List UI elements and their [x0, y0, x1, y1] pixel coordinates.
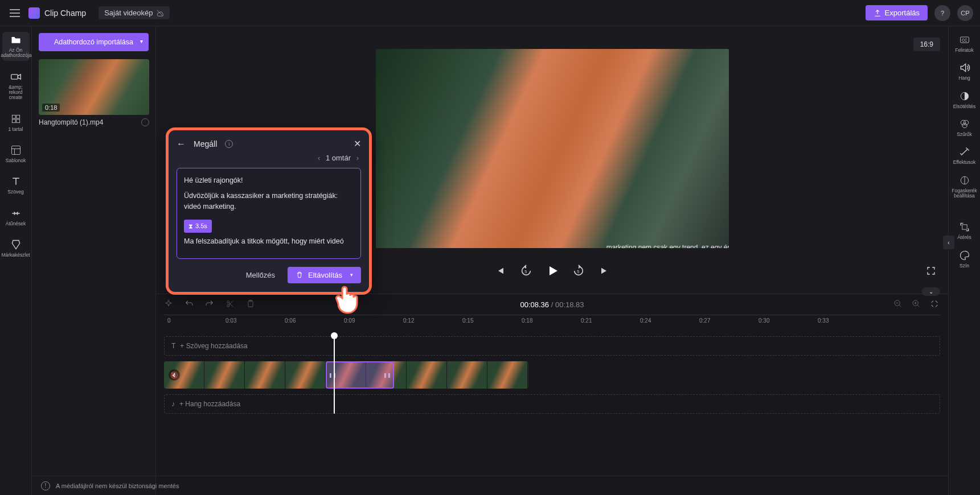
- leftrail-record[interactable]: &amp; rekord create: [2, 69, 30, 103]
- pager-next-icon[interactable]: ›: [356, 154, 359, 162]
- rightrail-crop-label: Átérés: [957, 235, 971, 240]
- left-rail: Az Ön adathordozója &amp; rekord create …: [0, 26, 32, 495]
- ruler-tick: 0:15: [462, 317, 473, 324]
- popup-back-icon[interactable]: ←: [177, 139, 186, 149]
- svg-rect-1: [12, 115, 15, 118]
- ruler-tick: 0:09: [344, 317, 355, 324]
- popup-close-icon[interactable]: ✕: [354, 138, 361, 149]
- ruler-tick: 0:06: [285, 317, 296, 324]
- rightrail-speed-label: Fogaskerék beállítása: [950, 188, 979, 199]
- media-filename: Hangtompító (1).mp4: [39, 118, 103, 126]
- ruler-tick: 0:27: [699, 317, 710, 324]
- video-track[interactable]: 🔇: [164, 361, 528, 389]
- svg-point-12: [961, 120, 965, 125]
- export-button[interactable]: Exportálás: [866, 5, 928, 20]
- top-bar: Clip Champ Saját videokép Exportálás ? C…: [0, 0, 980, 26]
- preview-subtitle: ... marketing nem csak egy trend, ez egy…: [598, 244, 728, 248]
- ruler-tick: 0:18: [522, 317, 532, 324]
- preview-canvas[interactable]: ... marketing nem csak egy trend, ez egy…: [376, 49, 729, 248]
- rightrail-color[interactable]: Szín: [950, 250, 979, 269]
- play-icon[interactable]: [546, 264, 559, 278]
- media-clip[interactable]: 0:18 Hangtompító (1).mp4: [39, 59, 149, 126]
- svg-rect-0: [11, 75, 18, 79]
- rewind-icon[interactable]: 5: [519, 264, 533, 278]
- gap-chip[interactable]: ⧗ 3.5s: [184, 220, 212, 233]
- leftrail-record-label: &amp; rekord create: [2, 85, 30, 101]
- crop-icon: [959, 221, 970, 233]
- playhead[interactable]: [334, 336, 335, 414]
- leftrail-text-label: Szöveg: [7, 189, 23, 195]
- ignore-label: Mellőzés: [246, 271, 275, 279]
- rightrail-speed[interactable]: Fogaskerék beállítása: [950, 175, 979, 199]
- rightrail-audio[interactable]: Hang: [950, 62, 979, 81]
- app-logo-icon: [28, 7, 40, 19]
- gap-value: 3.5s: [195, 221, 207, 231]
- rightrail-fade[interactable]: Elsötétítés: [950, 90, 979, 109]
- filters-icon: [959, 118, 970, 130]
- silence-popup: ← Megáll i ✕ ‹ 1 omtár › Hé üzleti rajon…: [166, 127, 372, 295]
- aspect-ratio-button[interactable]: 16:9: [913, 38, 940, 51]
- fullscreen-icon[interactable]: [924, 264, 938, 278]
- templates-icon: [10, 145, 22, 156]
- zoom-fit-icon[interactable]: [930, 299, 940, 310]
- pager-label: 1 omtár: [326, 154, 351, 162]
- undo-icon[interactable]: [184, 299, 195, 310]
- app-brand: Clip Champ: [28, 7, 86, 19]
- leftrail-media[interactable]: Az Ön adathordozója: [2, 32, 30, 61]
- svg-point-14: [962, 123, 966, 127]
- rightrail-filters[interactable]: Szűrők: [950, 118, 979, 137]
- help-icon[interactable]: ?: [934, 5, 950, 21]
- info-icon[interactable]: i: [225, 140, 233, 148]
- import-media-button[interactable]: Adathordozó importálása: [39, 33, 149, 51]
- leftrail-templates-label: Sablonok: [6, 158, 26, 163]
- ignore-button[interactable]: Mellőzés: [239, 267, 282, 283]
- avatar[interactable]: CP: [957, 5, 973, 21]
- cursor-hand-icon: [332, 282, 362, 314]
- zoom-out-icon[interactable]: [893, 299, 904, 310]
- timeline-toolbar: 00:08.36 / 00:18.83: [156, 294, 948, 315]
- remove-button[interactable]: Eltávolítás: [288, 267, 361, 283]
- audio-track[interactable]: + Hang hozzáadása: [164, 394, 940, 414]
- media-panel: Adathordozó importálása 0:18 Hangtompító…: [32, 26, 156, 495]
- timeline-ruler[interactable]: 0 0:03 0:06 0:09 0:12 0:15 0:18 0:21 0:2…: [164, 315, 940, 328]
- zoom-in-icon[interactable]: [912, 299, 922, 310]
- rightrail-effects-label: Effektusok: [953, 160, 976, 165]
- ruler-tick: 0:03: [225, 317, 236, 324]
- leftrail-brandkit[interactable]: Márkakészlet: [2, 237, 30, 260]
- selected-clip-region[interactable]: [326, 361, 394, 389]
- pager-prev-icon[interactable]: ‹: [318, 154, 320, 162]
- text-icon: [10, 176, 22, 187]
- text-track[interactable]: + Szöveg hozzáadása: [164, 336, 940, 356]
- leftrail-transitions[interactable]: Átűnések: [2, 205, 30, 229]
- svg-point-13: [963, 120, 968, 125]
- ruler-tick: 0:24: [640, 317, 651, 324]
- rightrail-crop[interactable]: Átérés: [950, 221, 979, 240]
- trash-icon: [296, 271, 304, 279]
- skip-end-icon[interactable]: [598, 264, 612, 278]
- magic-tool-icon[interactable]: [164, 299, 174, 310]
- project-name[interactable]: Saját videokép: [99, 6, 170, 19]
- avatar-initials: CP: [961, 10, 969, 16]
- rightrail-expand-icon[interactable]: ‹: [943, 236, 954, 249]
- leftrail-text[interactable]: Szöveg: [2, 174, 30, 197]
- svg-rect-16: [962, 225, 966, 229]
- svg-rect-4: [16, 119, 19, 123]
- app-name-label: Clip Champ: [44, 9, 86, 18]
- rightrail-captions[interactable]: CC Feliratok: [950, 34, 979, 53]
- forward-icon[interactable]: 5: [572, 264, 585, 278]
- leftrail-content[interactable]: 1 tartal: [2, 111, 30, 134]
- rightrail-effects[interactable]: Effektusok: [950, 146, 979, 165]
- text-track-label: + Szöveg hozzáadása: [180, 342, 247, 350]
- popup-line-2: Üdvözöljük a kasszasiker a marketing str…: [184, 191, 354, 212]
- clip-mute-icon[interactable]: 🔇: [169, 369, 180, 381]
- menu-icon[interactable]: [7, 5, 23, 21]
- leftrail-templates[interactable]: Sablonok: [2, 142, 30, 166]
- timeline-collapse-icon[interactable]: ⌄: [922, 287, 940, 296]
- paste-icon[interactable]: [246, 299, 256, 310]
- status-line-1: A médiafájlról nem készül biztonsági men…: [56, 482, 179, 489]
- skip-start-icon[interactable]: [493, 264, 507, 278]
- redo-icon[interactable]: [205, 299, 215, 310]
- ruler-tick: 0:12: [403, 317, 414, 324]
- timeline-zoom: [893, 299, 940, 310]
- split-icon[interactable]: [225, 299, 236, 310]
